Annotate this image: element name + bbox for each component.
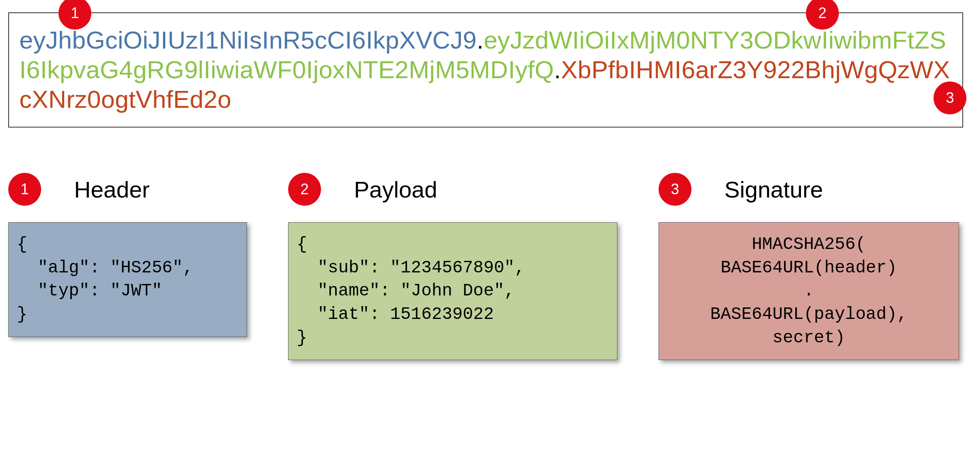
section-header-titlebar: 1 Header — [8, 173, 247, 206]
section-signature-titlebar: 3 Signature — [659, 173, 959, 206]
section-badge-2-icon: 2 — [288, 173, 321, 206]
header-code-box: { "alg": "HS256", "typ": "JWT" } — [8, 222, 247, 337]
payload-code-box: { "sub": "1234567890", "name": "John Doe… — [288, 222, 617, 360]
section-payload: 2 Payload { "sub": "1234567890", "name":… — [288, 173, 617, 360]
section-badge-3-icon: 3 — [659, 173, 691, 206]
badge-3-icon: 3 — [933, 81, 966, 114]
token-dot-2: . — [554, 56, 561, 84]
section-signature: 3 Signature HMACSHA256( BASE64URL(header… — [659, 173, 959, 360]
sections-row: 1 Header { "alg": "HS256", "typ": "JWT" … — [8, 173, 963, 360]
section-payload-titlebar: 2 Payload — [288, 173, 617, 206]
section-payload-title: Payload — [354, 176, 437, 203]
section-header: 1 Header { "alg": "HS256", "typ": "JWT" … — [8, 173, 247, 337]
section-signature-title: Signature — [724, 176, 823, 203]
section-header-title: Header — [74, 176, 150, 203]
signature-code-box: HMACSHA256( BASE64URL(header) . BASE64UR… — [659, 222, 959, 360]
token-header-segment: eyJhbGciOiJIUzI1NiIsInR5cCI6IkpXVCJ9 — [19, 26, 477, 54]
section-badge-1-icon: 1 — [8, 173, 41, 206]
jwt-token-box: 1 2 3 eyJhbGciOiJIUzI1NiIsInR5cCI6IkpXVC… — [8, 12, 963, 128]
jwt-token-text: eyJhbGciOiJIUzI1NiIsInR5cCI6IkpXVCJ9.eyJ… — [19, 26, 952, 114]
token-dot-1: . — [477, 26, 484, 54]
